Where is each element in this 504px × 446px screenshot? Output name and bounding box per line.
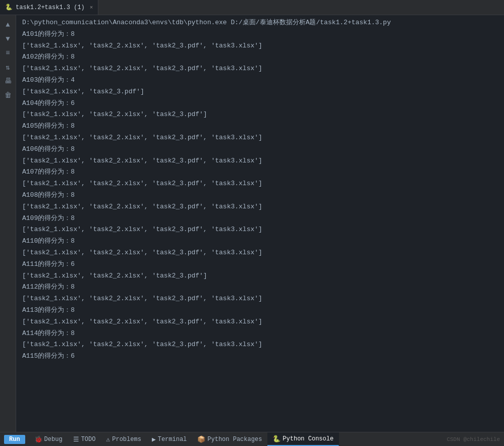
debug-icon: 🐞: [34, 435, 42, 443]
list-line: ['task2_1.xlsx', 'task2_2.xlsx', 'task2_…: [16, 293, 504, 305]
todo-label: TODO: [81, 436, 96, 443]
score-line: A112的得分为：8: [16, 282, 504, 293]
delete-button[interactable]: 🗑: [3, 90, 14, 101]
tab-close-button[interactable]: ×: [90, 5, 93, 11]
terminal-icon: ▶: [152, 435, 156, 443]
score-line: A101的得分为：8: [16, 29, 504, 40]
debug-label: Debug: [44, 436, 63, 443]
toolbar-python-packages[interactable]: 📦 Python Packages: [192, 432, 267, 446]
print-button[interactable]: 🖶: [3, 76, 14, 87]
scroll-down-button[interactable]: ▼: [3, 33, 14, 44]
toolbar-problems[interactable]: ⚠ Problems: [101, 432, 146, 446]
packages-icon: 📦: [197, 435, 205, 443]
score-line: A111的得分为：6: [16, 259, 504, 270]
run-button[interactable]: Run: [4, 435, 25, 444]
list-line: ['task2_1.xlsx', 'task2_2.xlsx', 'task2_…: [16, 40, 504, 52]
toolbar-debug[interactable]: 🐞 Debug: [29, 432, 68, 446]
terminal-label: Terminal: [158, 436, 187, 443]
list-line: ['task2_1.xlsx', 'task2_3.pdf']: [16, 86, 504, 98]
packages-label: Python Packages: [207, 436, 262, 443]
file-tab[interactable]: 🐍 task1.2+task1.3 (1) ×: [0, 0, 98, 15]
problems-icon: ⚠: [106, 435, 110, 443]
list-line: ['task2_1.xlsx', 'task2_2.xlsx', 'task2_…: [16, 339, 504, 351]
console-header-line: D:\python_comunication\Anaconda3\envs\td…: [16, 17, 504, 29]
problems-label: Problems: [112, 436, 141, 443]
main-container: ▲ ▼ ≡ ⇅ 🖶 🗑 D:\python_comunication\Anaco…: [0, 15, 504, 432]
score-line: A114的得分为：8: [16, 328, 504, 340]
list-line: ['task2_1.xlsx', 'task2_2.xlsx', 'task2_…: [16, 316, 504, 328]
score-line: A103的得分为：4: [16, 75, 504, 86]
todo-icon: ☰: [73, 435, 79, 443]
list-line: ['task2_1.xlsx', 'task2_2.xlsx', 'task2_…: [16, 132, 504, 144]
list-line: ['task2_1.xlsx', 'task2_2.xlsx', 'task2_…: [16, 109, 504, 121]
toolbar-terminal[interactable]: ▶ Terminal: [147, 432, 192, 446]
score-line: A104的得分为：6: [16, 98, 504, 109]
list-line: ['task2_1.xlsx', 'task2_2.xlsx', 'task2_…: [16, 63, 504, 75]
sort-button[interactable]: ⇅: [3, 62, 14, 73]
scroll-up-button[interactable]: ▲: [3, 19, 14, 30]
python-file-icon: 🐍: [5, 4, 13, 11]
filter-button[interactable]: ≡: [3, 47, 14, 59]
score-line: A107的得分为：8: [16, 166, 504, 178]
tab-bar: 🐍 task1.2+task1.3 (1) ×: [0, 0, 504, 15]
score-line: A102的得分为：8: [16, 51, 504, 63]
score-line: A108的得分为：8: [16, 190, 504, 201]
python-console-icon: 🐍: [272, 435, 281, 443]
score-line: A115的得分为：6: [16, 351, 504, 362]
score-line: A106的得分为：8: [16, 144, 504, 155]
console-lines-container: A101的得分为：8['task2_1.xlsx', 'task2_2.xlsx…: [16, 29, 504, 362]
list-line: ['task2_1.xlsx', 'task2_2.xlsx', 'task2_…: [16, 178, 504, 190]
score-line: A105的得分为：8: [16, 121, 504, 132]
score-line: A113的得分为：8: [16, 305, 504, 316]
tab-label: task1.2+task1.3 (1): [16, 4, 85, 11]
list-line: ['task2_1.xlsx', 'task2_2.xlsx', 'task2_…: [16, 155, 504, 167]
toolbar-python-console[interactable]: 🐍 Python Console: [267, 432, 339, 446]
sidebar: ▲ ▼ ≡ ⇅ 🖶 🗑: [0, 15, 16, 432]
list-line: ['task2_1.xlsx', 'task2_2.xlsx', 'task2_…: [16, 270, 504, 282]
console-output: D:\python_comunication\Anaconda3\envs\td…: [16, 15, 504, 432]
list-line: ['task2_1.xlsx', 'task2_2.xlsx', 'task2_…: [16, 247, 504, 259]
bottom-toolbar: Run 🐞 Debug ☰ TODO ⚠ Problems ▶ Terminal…: [0, 432, 504, 446]
watermark-text: CSDN @chilechile: [446, 436, 500, 442]
list-line: ['task2_1.xlsx', 'task2_2.xlsx', 'task2_…: [16, 201, 504, 213]
score-line: A109的得分为：8: [16, 213, 504, 225]
score-line: A110的得分为：8: [16, 236, 504, 247]
toolbar-todo[interactable]: ☰ TODO: [68, 432, 101, 446]
list-line: ['task2_1.xlsx', 'task2_2.xlsx', 'task2_…: [16, 224, 504, 236]
python-console-label: Python Console: [283, 435, 333, 442]
